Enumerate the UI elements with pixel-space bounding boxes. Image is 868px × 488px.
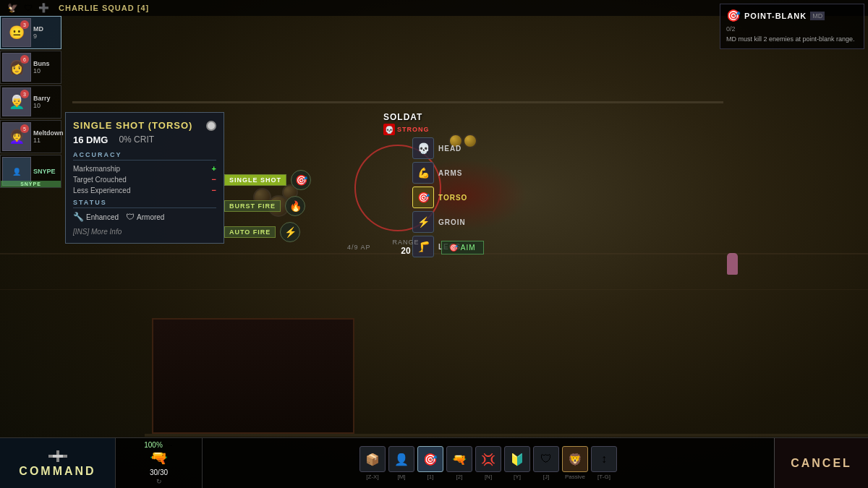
svg-rect-2 [53, 455, 63, 458]
accuracy-list: Marksmanship + Target Crouched − Less Ex… [73, 164, 216, 194]
rail [145, 434, 868, 437]
weapon-ammo: 30/30 [150, 468, 168, 476]
attack-auto-fire[interactable]: AUTO FIRE ⚡ [224, 222, 311, 242]
hit-groin[interactable]: ⚡ GROIN [412, 211, 467, 233]
toggle-button[interactable] [206, 121, 216, 131]
objective-description: MD must kill 2 enemies at point-blank ra… [726, 35, 858, 44]
squad-panel: 😐 3 MD 9 👩 6 Buns 10 👨‍🦳 3 Barry 10 [0, 16, 61, 189]
member-name-buns: Buns [33, 60, 59, 67]
member-hp-md: 9 [33, 33, 59, 40]
avatar-barry: 👨‍🦳 3 [2, 87, 31, 116]
weapon-arrow: → [166, 441, 174, 449]
objective-tag: MD [810, 12, 825, 20]
slot-zx-icon: 📦 [359, 446, 386, 472]
arms-icon: 💪 [412, 162, 434, 184]
enemy-name: SOLDAT [383, 112, 430, 122]
attack-single-shot[interactable]: SINGLE SHOT 🎯 [224, 170, 311, 190]
weapon-percent: 100% [144, 441, 163, 449]
weapon-icon: 🔫 [150, 449, 168, 466]
avatar-md: 😐 3 [2, 18, 31, 47]
stats-row: 16 DMG 0% CRIT [73, 134, 216, 145]
groin-label: GROIN [438, 218, 466, 226]
squad-member-buns[interactable]: 👩 6 Buns 10 [0, 51, 61, 84]
slot-j[interactable]: 🛡 [J] [533, 446, 559, 480]
floor-line [0, 289, 868, 290]
action-panel: SINGLE SHOT (TORSO) 16 DMG 0% CRIT ACCUR… [65, 112, 224, 244]
arms-label: ARMS [438, 169, 462, 177]
status-enhanced: 🔧 Enhanced [73, 212, 119, 222]
combat-info: 4/9 AP RANGE 20 🎯 AIM [347, 239, 484, 256]
slot-1-icon: 🎯 [417, 446, 443, 472]
slot-j-icon: 🛡 [533, 446, 559, 472]
accuracy-item-marksmanship: Marksmanship + [73, 164, 216, 173]
slot-zx[interactable]: 📦 [Z-X] [359, 446, 386, 480]
burst-fire-icon: 🔥 [285, 196, 305, 216]
member-name-md: MD [33, 25, 59, 33]
hit-arms[interactable]: 💪 ARMS [412, 162, 467, 184]
slot-y-icon: 🔰 [504, 446, 530, 472]
stat-crit: 0% CRIT [119, 134, 154, 145]
bottom-bar: COMMAND 100% → 🔫 30/30 ↻ 📦 [Z-X] 👤 [M] 🎯… [0, 437, 868, 488]
burst-fire-label: BURST FIRE [224, 200, 281, 212]
torso-label: TORSO [438, 194, 467, 202]
ap-badge-buns: 6 [20, 55, 29, 64]
single-shot-label: SINGLE SHOT [224, 174, 286, 186]
avatar-meltdown: 👩‍🦱 5 [2, 122, 31, 151]
member-name-meltdown: Meltdown [33, 129, 64, 137]
enemy-status: 💀 STRONG [383, 124, 430, 135]
auto-fire-icon: ⚡ [280, 222, 300, 242]
weapon-reload-icon: ↻ [156, 478, 162, 485]
member-hp-meltdown: 11 [33, 137, 64, 144]
action-slots: 📦 [Z-X] 👤 [M] 🎯 [1] 🔫 [2] 💢 [N] 🔰 [Y] 🛡 … [203, 438, 774, 488]
member-name-snype: SNYPE [33, 168, 59, 175]
status-armored: 🛡 Armored [126, 212, 164, 222]
weapon-panel: 100% → 🔫 30/30 ↻ [116, 438, 203, 488]
slot-n[interactable]: 💢 [N] [475, 446, 501, 480]
squad-member-md[interactable]: 😐 3 MD 9 [0, 16, 61, 49]
attack-options: SINGLE SHOT 🎯 BURST FIRE 🔥 AUTO FIRE ⚡ [224, 170, 311, 247]
enemy-label: SOLDAT 💀 STRONG [383, 112, 430, 135]
attack-burst-fire[interactable]: BURST FIRE 🔥 [224, 196, 311, 216]
crosshair-icon [47, 449, 69, 463]
slot-n-icon: 💢 [475, 446, 501, 472]
accuracy-item-experience: Less Experienced − [73, 186, 216, 194]
squad-member-barry[interactable]: 👨‍🦳 3 Barry 10 [0, 85, 61, 119]
cancel-button[interactable]: CANCEL [774, 438, 868, 488]
slot-2[interactable]: 🔫 [2] [446, 446, 472, 480]
ap-badge-md: 3 [20, 20, 29, 29]
squad-member-snype[interactable]: 👤 SNYPE SNYPE [0, 155, 61, 188]
objective-progress: 0/2 [726, 25, 858, 33]
hit-head[interactable]: 💀 HEAD [412, 137, 467, 159]
hit-torso[interactable]: 🎯 TORSO [412, 187, 467, 208]
slot-2-icon: 🔫 [446, 446, 472, 472]
action-title: SINGLE SHOT (TORSO) [73, 120, 216, 131]
member-name-barry: Barry [33, 95, 59, 102]
slot-tg[interactable]: ↕ [T-G] [591, 446, 617, 480]
ap-badge-barry: 3 [20, 90, 29, 98]
head-icon: 💀 [412, 137, 434, 159]
accuracy-section-label: ACCURACY [73, 151, 216, 160]
ap-stat: 4/9 AP [347, 244, 371, 251]
squad-member-meltdown[interactable]: 👩‍🦱 5 Meltdown 11 [0, 120, 61, 153]
single-shot-icon: 🎯 [291, 170, 311, 190]
more-info-text: [INS] More Info [73, 228, 216, 236]
ap-badge-meltdown: 5 [20, 124, 29, 133]
skull-icon: 💀 [383, 124, 395, 135]
objective-header: 🎯 POINT-BLANK MD [726, 9, 858, 22]
member-hp-barry: 10 [33, 102, 59, 109]
pit [152, 318, 354, 434]
auto-fire-label: AUTO FIRE [224, 226, 276, 238]
accuracy-item-crouched: Target Crouched − [73, 175, 216, 184]
groin-icon: ⚡ [412, 211, 434, 233]
status-section-label: STATUS [73, 199, 216, 208]
command-button[interactable]: COMMAND [0, 438, 116, 488]
enemy-figure [727, 253, 738, 275]
torso-icon: 🎯 [412, 187, 434, 208]
slot-passive[interactable]: 🦁 Passive [562, 446, 588, 480]
slot-y[interactable]: 🔰 [Y] [504, 446, 530, 480]
aim-button[interactable]: 🎯 AIM [441, 241, 484, 254]
slot-1[interactable]: 🎯 [1] [417, 446, 443, 480]
squad-name-label: CHARLIE SQUAD [4] [59, 4, 149, 12]
slot-m[interactable]: 👤 [M] [388, 446, 414, 480]
objective-panel: 🎯 POINT-BLANK MD 0/2 MD must kill 2 enem… [720, 4, 864, 49]
